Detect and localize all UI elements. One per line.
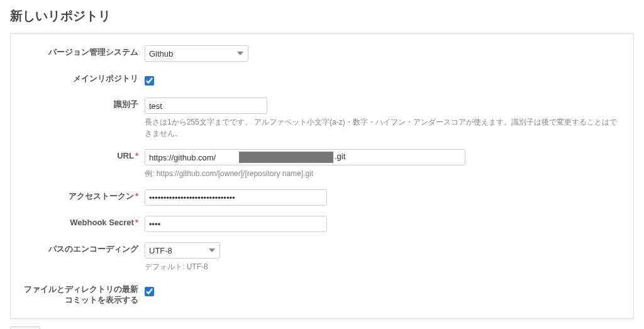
identifier-hint: 長さは1から255文字までです。 アルファベット小文字(a-z)・数字・ハイフン… [145, 116, 622, 139]
label-webhook-secret: Webhook Secret* [22, 215, 145, 228]
row-url: URL* .git 例: https://github.com/[owner]/… [22, 148, 622, 179]
label-encoding: パスのエンコーディング [22, 241, 145, 255]
row-latest-commit: ファイルとディレクトリの最新コミットを表示する [22, 281, 622, 306]
row-access-token: アクセストークン* [22, 188, 622, 206]
label-main-repo: メインリポジトリ [22, 70, 145, 84]
identifier-input[interactable] [145, 98, 267, 114]
label-latest-commit: ファイルとディレクトリの最新コミットを表示する [22, 281, 145, 306]
encoding-hint: デフォルト: UTF-8 [145, 261, 622, 272]
row-main-repo: メインリポジトリ [22, 70, 622, 87]
page-title: 新しいリポジトリ [10, 8, 634, 25]
access-token-input[interactable] [145, 189, 327, 206]
row-encoding: パスのエンコーディング UTF-8 デフォルト: UTF-8 [22, 241, 622, 272]
label-identifier: 識別子 [22, 96, 145, 110]
webhook-secret-input[interactable] [145, 216, 327, 232]
create-button[interactable]: 作成 [10, 326, 40, 329]
label-vcs: バージョン管理システム [22, 44, 145, 58]
encoding-select[interactable]: UTF-8 [145, 242, 220, 259]
url-hint: 例: https://github.com/[owner]/[repositor… [145, 168, 622, 179]
new-repository-form: バージョン管理システム Github メインリポジトリ 識別子 長さは1から25… [10, 33, 634, 319]
vcs-select[interactable]: Github [145, 45, 248, 62]
main-repo-checkbox[interactable] [145, 76, 154, 86]
latest-commit-checkbox[interactable] [145, 287, 154, 296]
url-redacted-mask [239, 152, 333, 163]
label-url: URL* [22, 148, 145, 162]
row-vcs: バージョン管理システム Github [22, 44, 622, 62]
label-access-token: アクセストークン* [22, 188, 145, 202]
form-actions: 作成 キャンセル [10, 326, 634, 329]
row-identifier: 識別子 長さは1から255文字までです。 アルファベット小文字(a-z)・数字・… [22, 96, 622, 139]
row-webhook-secret: Webhook Secret* [22, 215, 622, 232]
